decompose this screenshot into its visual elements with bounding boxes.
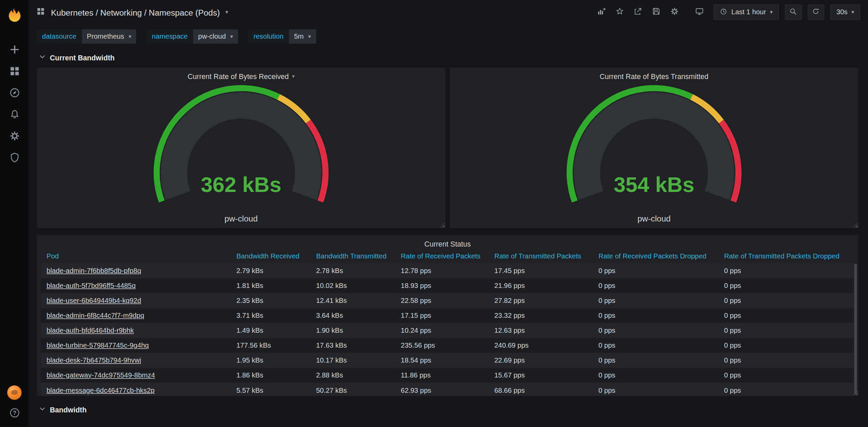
time-range-button[interactable]: Last 1 hour ▾ bbox=[714, 4, 779, 20]
variable-value-dropdown[interactable]: Prometheus ▾ bbox=[82, 30, 136, 44]
row-toggle-current-bandwidth[interactable]: Current Bandwidth bbox=[39, 53, 859, 62]
star-button[interactable] bbox=[613, 6, 626, 18]
metric-cell: 10.02 kBs bbox=[311, 278, 395, 293]
help-button[interactable]: ? bbox=[8, 407, 21, 420]
panel-title-button[interactable]: Current Rate of Bytes Transmitted bbox=[450, 67, 859, 82]
panel-title-text: Current Status bbox=[425, 239, 471, 248]
pod-link[interactable]: blade-admin-7f6bb8f5db-pfp8q bbox=[46, 267, 141, 274]
pod-link[interactable]: blade-user-6b649449b4-kq92d bbox=[46, 296, 141, 304]
metric-cell: 0 pps bbox=[718, 293, 854, 308]
zoom-out-button[interactable] bbox=[785, 4, 802, 20]
grafana-logo-icon[interactable] bbox=[6, 6, 23, 23]
metric-cell: 17.45 pps bbox=[489, 263, 593, 278]
column-header-pod[interactable]: Pod bbox=[41, 249, 231, 263]
variable-label: resolution bbox=[248, 30, 289, 44]
alerting-button[interactable] bbox=[8, 109, 21, 122]
metric-cell: 0 pps bbox=[718, 263, 854, 278]
cycle-view-button[interactable] bbox=[693, 6, 705, 18]
column-header-rate-of-transmitted-packets-dropped[interactable]: Rate of Transmitted Packets Dropped bbox=[718, 249, 854, 263]
refresh-interval-label: 30s bbox=[836, 8, 848, 16]
gauge-value: 354 kBs bbox=[614, 173, 694, 196]
table-scrollbar[interactable] bbox=[854, 264, 857, 394]
pod-link[interactable]: blade-desk-7b6475b794-9hvwj bbox=[46, 356, 141, 364]
variable-value: 5m bbox=[294, 33, 303, 40]
plus-icon bbox=[8, 43, 20, 57]
gauge-series-label: pw-cloud bbox=[37, 214, 446, 223]
chevron-down-icon: ▾ bbox=[308, 34, 311, 39]
main-area: Kubernetes / Networking / Namespace (Pod… bbox=[29, 0, 868, 427]
save-icon bbox=[651, 6, 661, 18]
metric-cell: 62.93 pps bbox=[395, 383, 489, 396]
refresh-icon bbox=[812, 7, 820, 17]
metric-cell: 1.81 kBs bbox=[231, 278, 311, 293]
column-header-rate-of-received-packets[interactable]: Rate of Received Packets bbox=[395, 249, 489, 263]
status-table-header-row: PodBandwidth ReceivedBandwidth Transmitt… bbox=[41, 249, 854, 263]
dashboard-title: Kubernetes / Networking / Namespace (Pod… bbox=[51, 7, 220, 17]
metric-cell: 1.49 kBs bbox=[231, 323, 311, 338]
magnifier-icon bbox=[789, 7, 797, 17]
variable-value: Prometheus bbox=[87, 33, 124, 40]
panel-title-button[interactable]: Current Status bbox=[37, 235, 859, 249]
table-row: blade-desk-7b6475b794-9hvwj1.95 kBs10.17… bbox=[41, 353, 854, 368]
table-row: blade-auth-bfd6464bd-r9bhk1.49 kBs1.90 k… bbox=[41, 323, 854, 338]
share-button[interactable] bbox=[632, 6, 644, 18]
metric-cell: 235.56 pps bbox=[395, 338, 489, 353]
dashboard-title-button[interactable]: Kubernetes / Networking / Namespace (Pod… bbox=[36, 6, 228, 18]
row-toggle-bandwidth[interactable]: Bandwidth bbox=[39, 405, 859, 414]
metric-cell: 10.24 pps bbox=[395, 323, 489, 338]
row-title: Bandwidth bbox=[50, 406, 86, 414]
pod-link[interactable]: blade-gateway-74dc975549-8bmz4 bbox=[46, 371, 155, 379]
metric-cell: 18.93 pps bbox=[395, 278, 489, 293]
metric-cell: 0 pps bbox=[593, 278, 719, 293]
metric-cell: 10.17 kBs bbox=[311, 353, 395, 368]
column-header-bandwidth-received[interactable]: Bandwidth Received bbox=[231, 249, 311, 263]
pod-link[interactable]: blade-turbine-579847745c-9g4hq bbox=[46, 342, 149, 349]
explore-button[interactable] bbox=[8, 87, 21, 100]
metric-cell: 0 pps bbox=[593, 338, 719, 353]
pod-link[interactable]: blade-auth-bfd6464bd-r9bhk bbox=[46, 326, 134, 334]
pod-cell: blade-user-6b649449b4-kq92d bbox=[41, 293, 231, 308]
dashboards-button[interactable] bbox=[8, 65, 21, 79]
dashboard-grid-icon bbox=[36, 6, 45, 18]
user-avatar[interactable] bbox=[7, 385, 21, 400]
variable-value-dropdown[interactable]: pw-cloud ▾ bbox=[193, 30, 238, 44]
create-button[interactable] bbox=[8, 44, 21, 57]
refresh-button[interactable] bbox=[808, 4, 824, 20]
metric-cell: 2.79 kBs bbox=[231, 263, 311, 278]
metric-cell: 27.82 pps bbox=[489, 293, 593, 308]
variable-value-dropdown[interactable]: 5m ▾ bbox=[289, 30, 316, 44]
sidebar: ? bbox=[0, 0, 29, 427]
chevron-down-icon: ▾ bbox=[225, 9, 228, 15]
pod-link[interactable]: blade-auth-5f7bd96ff5-4485q bbox=[46, 282, 136, 289]
pod-cell: blade-desk-7b6475b794-9hvwj bbox=[41, 353, 231, 368]
configuration-button[interactable] bbox=[8, 130, 21, 143]
gauge-row: Current Rate of Bytes Received ▾ 362 kBs… bbox=[37, 67, 859, 228]
chevron-down-icon: ▾ bbox=[851, 9, 854, 15]
variable-datasource: datasource Prometheus ▾ bbox=[37, 30, 136, 44]
gauge: 362 kBs pw-cloud bbox=[37, 82, 446, 228]
metric-cell: 12.78 pps bbox=[395, 263, 489, 278]
chevron-down-icon bbox=[39, 53, 46, 62]
pod-cell: blade-gateway-74dc975549-8bmz4 bbox=[41, 368, 231, 383]
gear-icon bbox=[670, 6, 679, 18]
metric-cell: 0 pps bbox=[593, 368, 719, 383]
save-button[interactable] bbox=[650, 6, 662, 18]
pod-link[interactable]: blade-message-6dc46477cb-hks2p bbox=[46, 386, 155, 394]
column-header-rate-of-received-packets-dropped[interactable]: Rate of Received Packets Dropped bbox=[593, 249, 719, 263]
dashboard-settings-button[interactable] bbox=[668, 6, 680, 18]
pod-cell: blade-auth-5f7bd96ff5-4485q bbox=[41, 278, 231, 293]
metric-cell: 0 pps bbox=[718, 368, 854, 383]
refresh-interval-button[interactable]: 30s ▾ bbox=[830, 4, 860, 20]
metric-cell: 0 pps bbox=[718, 308, 854, 323]
column-header-bandwidth-transmitted[interactable]: Bandwidth Transmitted bbox=[311, 249, 395, 263]
metric-cell: 0 pps bbox=[593, 353, 719, 368]
column-header-rate-of-transmitted-packets[interactable]: Rate of Transmitted Packets bbox=[489, 249, 593, 263]
pod-cell: blade-message-6dc46477cb-hks2p bbox=[41, 383, 231, 396]
help-icon: ? bbox=[8, 407, 20, 421]
row-title: Current Bandwidth bbox=[50, 54, 115, 62]
add-panel-button[interactable] bbox=[595, 6, 607, 18]
pod-link[interactable]: blade-admin-6f8c44c7f7-m9dpq bbox=[46, 311, 144, 319]
panel-title-button[interactable]: Current Rate of Bytes Received ▾ bbox=[37, 67, 446, 82]
server-admin-button[interactable] bbox=[8, 152, 21, 165]
metric-cell: 240.69 pps bbox=[489, 338, 593, 353]
